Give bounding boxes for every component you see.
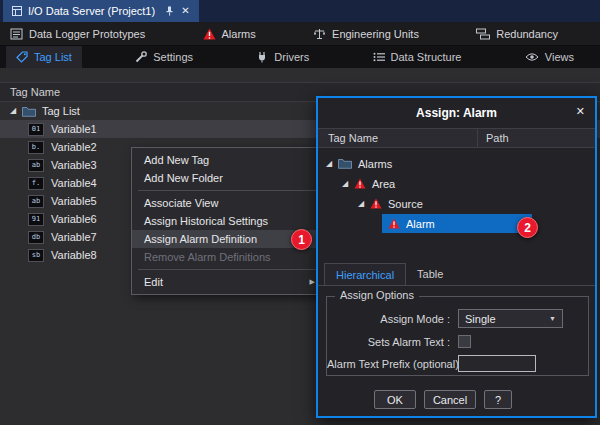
- assign-alarm-dialog: Assign: Alarm ✕ Tag Name Path ◢ Alarms ◢…: [316, 96, 597, 418]
- tree-item-label: Variable5: [51, 195, 97, 207]
- alarm-warning-icon: [388, 218, 400, 229]
- alarm-text-prefix-row: Alarm Text Prefix (optional) :: [327, 355, 588, 372]
- redundancy-icon: [476, 28, 490, 40]
- ribbon-item-label: Data Logger Prototypes: [29, 28, 145, 40]
- engineering-units-icon: [313, 28, 326, 40]
- tag-list-icon: [16, 51, 28, 63]
- alarm-text-prefix-label: Alarm Text Prefix (optional) :: [327, 358, 450, 370]
- dialog-tree-item-alarms[interactable]: ◢ Alarms: [326, 154, 392, 173]
- tree-item-label: Variable4: [51, 177, 97, 189]
- sets-alarm-text-checkbox[interactable]: [458, 335, 471, 348]
- context-menu: Add New Tag Add New Folder Associate Vie…: [131, 147, 328, 295]
- dialog-tree-item-source[interactable]: ◢ Source: [358, 194, 423, 213]
- dialog-buttons: OK Cancel ?: [318, 390, 595, 409]
- ribbon-item-alarms[interactable]: Alarms: [203, 28, 256, 40]
- datatype-icon: f.: [28, 177, 44, 190]
- document-title: I/O Data Server (Project1): [28, 5, 155, 17]
- dialog-close-icon[interactable]: ✕: [576, 106, 585, 117]
- ribbon-item-data-logger-prototypes[interactable]: Data Logger Prototypes: [10, 28, 145, 40]
- datatype-icon: db: [28, 231, 44, 244]
- window-icon: [12, 6, 22, 16]
- column-header-label: Tag Name: [10, 86, 60, 98]
- dialog-view-tabs: Hierarchical Table: [318, 264, 595, 286]
- cancel-button[interactable]: Cancel: [424, 390, 476, 409]
- tab-label: Table: [417, 268, 443, 280]
- column-header-tag-name[interactable]: Tag Name: [318, 129, 478, 147]
- wrench-icon: [135, 51, 147, 63]
- menu-item-assign-historical-settings[interactable]: Assign Historical Settings: [132, 212, 327, 230]
- title-bar: I/O Data Server (Project1) ✕: [0, 0, 600, 22]
- document-tab[interactable]: I/O Data Server (Project1) ✕: [3, 0, 199, 22]
- dialog-title: Assign: Alarm: [318, 98, 595, 128]
- tab-label: Hierarchical: [336, 269, 394, 281]
- dialog-tree-item-area[interactable]: ◢ Area: [342, 174, 395, 193]
- datatype-icon: 01: [28, 123, 44, 136]
- dialog-tree-item-alarm-selected[interactable]: Alarm: [382, 214, 532, 233]
- tab-views[interactable]: Views: [515, 46, 584, 68]
- ok-button[interactable]: OK: [374, 390, 416, 409]
- tab-tag-list[interactable]: Tag List: [6, 46, 82, 68]
- datatype-icon: sb: [28, 249, 44, 262]
- tab-table[interactable]: Table: [406, 263, 454, 285]
- datatype-icon: ab: [28, 159, 44, 172]
- assign-mode-row: Assign Mode : Single ▼: [327, 309, 588, 328]
- tree-item-label: Variable1: [51, 123, 97, 135]
- datatype-icon: b.: [28, 141, 44, 154]
- tab-label: Tag List: [34, 51, 72, 63]
- tab-hierarchical[interactable]: Hierarchical: [324, 263, 406, 285]
- tab-drivers[interactable]: Drivers: [246, 46, 319, 68]
- dialog-title-text: Assign: Alarm: [416, 106, 497, 120]
- button-label: OK: [387, 394, 403, 406]
- tree-item-label: Variable2: [51, 141, 97, 153]
- datatype-icon: 91: [28, 213, 44, 226]
- menu-item-label: Assign Historical Settings: [144, 215, 268, 227]
- ribbon-item-label: Redundancy: [496, 28, 558, 40]
- menu-item-add-new-folder[interactable]: Add New Folder: [132, 169, 327, 187]
- app-window: I/O Data Server (Project1) ✕ Data Logger…: [0, 0, 600, 425]
- pin-icon[interactable]: [165, 6, 174, 16]
- button-label: ?: [495, 394, 501, 406]
- tree-item-label: Variable6: [51, 213, 97, 225]
- menu-separator: [138, 190, 321, 191]
- sets-alarm-text-label: Sets Alarm Text :: [327, 336, 450, 348]
- annotation-badge-step1: 1: [291, 229, 312, 250]
- ribbon-item-redundancy[interactable]: Redundancy: [476, 28, 558, 40]
- tree-item-label: Variable8: [51, 249, 97, 261]
- plug-icon: [256, 51, 268, 63]
- menu-item-label: Edit: [144, 276, 163, 288]
- ribbon-item-engineering-units[interactable]: Engineering Units: [313, 28, 419, 40]
- tab-settings[interactable]: Settings: [125, 46, 203, 68]
- menu-item-label: Associate View: [144, 197, 218, 209]
- view-tab-bar: Tag List Settings Drivers Data Structure…: [0, 46, 600, 68]
- assign-mode-dropdown[interactable]: Single ▼: [458, 309, 563, 328]
- data-logger-icon: [10, 28, 23, 40]
- menu-item-label: Remove Alarm Definitions: [144, 251, 271, 263]
- expander-icon[interactable]: ◢: [10, 107, 22, 115]
- assign-mode-label: Assign Mode :: [327, 313, 450, 325]
- folder-icon: [338, 158, 352, 169]
- alarm-warning-icon: [354, 178, 366, 189]
- expander-icon[interactable]: ◢: [326, 160, 338, 168]
- group-title: Assign Options: [335, 289, 419, 301]
- submenu-arrow-icon: ▶: [310, 278, 315, 286]
- tab-data-structure[interactable]: Data Structure: [363, 46, 472, 68]
- menu-item-associate-view[interactable]: Associate View: [132, 194, 327, 212]
- alarm-warning-icon: [203, 28, 216, 40]
- ribbon-bar: Data Logger Prototypes Alarms Engineerin…: [0, 22, 600, 46]
- alarm-text-prefix-input[interactable]: [458, 355, 536, 372]
- dialog-column-headers: Tag Name Path: [318, 128, 595, 148]
- tree-item-label: Alarm: [406, 218, 435, 230]
- expander-icon[interactable]: ◢: [342, 180, 354, 188]
- help-button[interactable]: ?: [484, 390, 512, 409]
- close-tab-icon[interactable]: ✕: [181, 6, 189, 16]
- eye-icon: [525, 52, 539, 62]
- menu-item-label: Assign Alarm Definition: [144, 233, 257, 245]
- expander-icon[interactable]: ◢: [358, 200, 370, 208]
- tree-item-label: Tag List: [42, 105, 80, 117]
- alarm-warning-icon: [370, 198, 382, 209]
- column-header-path[interactable]: Path: [478, 132, 509, 144]
- menu-item-edit[interactable]: Edit ▶: [132, 273, 327, 291]
- menu-item-add-new-tag[interactable]: Add New Tag: [132, 151, 327, 169]
- tab-label: Views: [545, 51, 574, 63]
- menu-item-label: Add New Tag: [144, 154, 209, 166]
